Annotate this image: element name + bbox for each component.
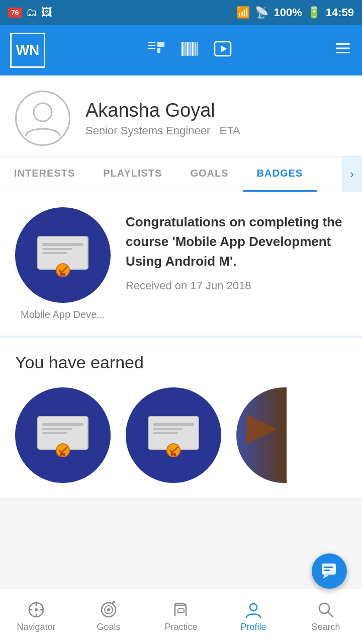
- svg-rect-0: [148, 42, 155, 43]
- status-bar-left: 76 🗂 🖼: [8, 6, 52, 19]
- earned-badge-1[interactable]: [15, 387, 111, 483]
- svg-point-17: [34, 103, 52, 121]
- earned-badge-2[interactable]: [126, 387, 221, 483]
- svg-rect-35: [324, 567, 333, 568]
- svg-rect-36: [324, 570, 330, 571]
- bottom-nav-goals[interactable]: Goals: [72, 589, 145, 644]
- tab-interests[interactable]: INTERESTS: [0, 156, 89, 192]
- profile-title: Senior Systems Engineer: [85, 124, 210, 137]
- earned-section: You have earned: [0, 338, 362, 498]
- hamburger-icon[interactable]: [334, 39, 352, 61]
- badge-label: Mobile App Deve...: [21, 309, 105, 320]
- badge-circle-main[interactable]: [15, 207, 111, 303]
- svg-rect-26: [42, 432, 67, 434]
- badge-date: Received on 17 Jun 2018: [126, 279, 347, 292]
- svg-rect-29: [153, 423, 194, 426]
- badge-icon-container: Mobile App Deve...: [15, 207, 111, 320]
- notification-badge: 76: [8, 8, 22, 18]
- bottom-nav-search[interactable]: Search: [290, 589, 362, 644]
- svg-point-50: [250, 604, 257, 611]
- bottom-nav-practice-label: Practice: [164, 622, 197, 632]
- earned-badge-3-partial[interactable]: [236, 387, 287, 483]
- svg-marker-13: [221, 45, 227, 52]
- svg-rect-14: [336, 43, 350, 45]
- svg-rect-34: [322, 564, 336, 575]
- profile-company: ETA: [220, 124, 240, 137]
- bottom-nav-navigator[interactable]: Navigator: [0, 589, 72, 644]
- svg-rect-24: [42, 423, 83, 426]
- bottom-nav: Navigator Goals Practice Profile Sea: [0, 589, 362, 644]
- battery-icon: 🔋: [307, 6, 321, 19]
- svg-rect-4: [157, 48, 160, 53]
- svg-rect-49: [178, 609, 184, 613]
- logo[interactable]: WN: [10, 33, 45, 68]
- svg-rect-7: [187, 42, 189, 56]
- svg-rect-3: [157, 42, 164, 47]
- top-nav: WN: [0, 25, 362, 75]
- svg-point-39: [35, 608, 38, 611]
- svg-rect-21: [42, 252, 67, 254]
- tabs-container: INTERESTS PLAYLISTS GOALS BADGES ›: [0, 156, 362, 192]
- svg-rect-16: [336, 52, 350, 53]
- time-display: 14:59: [326, 6, 354, 19]
- tab-playlists[interactable]: PLAYLISTS: [89, 156, 176, 192]
- status-icon-1: 🗂: [26, 6, 37, 19]
- bottom-nav-search-label: Search: [311, 622, 340, 632]
- tab-badges[interactable]: BADGES: [243, 156, 317, 192]
- svg-rect-9: [192, 42, 194, 56]
- badge-title: Congratulations on completing the course…: [126, 212, 347, 271]
- bottom-nav-profile[interactable]: Profile: [217, 589, 290, 644]
- badges-row: [15, 387, 347, 483]
- bottom-nav-goals-label: Goals: [97, 622, 120, 632]
- svg-line-52: [328, 612, 333, 617]
- menu-list-icon[interactable]: [147, 40, 165, 61]
- svg-marker-33: [246, 414, 277, 444]
- badge-card: Mobile App Deve... Congratulations on co…: [0, 192, 362, 338]
- chat-button[interactable]: [312, 553, 347, 589]
- svg-rect-10: [195, 42, 196, 56]
- bottom-nav-navigator-label: Navigator: [17, 622, 55, 632]
- battery-percent: 100%: [274, 6, 302, 19]
- bottom-nav-practice[interactable]: Practice: [145, 589, 217, 644]
- svg-rect-25: [42, 428, 72, 430]
- tab-goals[interactable]: GOALS: [176, 156, 242, 192]
- wifi-icon: 📶: [236, 6, 250, 19]
- status-icon-2: 🖼: [41, 6, 52, 19]
- svg-rect-11: [197, 42, 198, 56]
- svg-point-46: [107, 608, 110, 611]
- svg-rect-15: [336, 48, 350, 49]
- svg-rect-31: [153, 432, 178, 434]
- status-bar-right: 📶 📡 100% 🔋 14:59: [236, 6, 354, 19]
- nav-icons: [147, 40, 232, 61]
- profile-section: Akansha Goyal Senior Systems Engineer ET…: [0, 75, 362, 156]
- svg-marker-37: [323, 575, 329, 579]
- profile-info: Akansha Goyal Senior Systems Engineer ET…: [85, 100, 347, 137]
- avatar: [15, 91, 70, 146]
- svg-rect-30: [153, 428, 183, 430]
- svg-rect-20: [42, 248, 72, 250]
- badge-info: Congratulations on completing the course…: [126, 207, 347, 292]
- svg-rect-1: [148, 45, 155, 46]
- svg-point-51: [319, 603, 329, 613]
- earned-title: You have earned: [15, 353, 347, 372]
- svg-rect-2: [148, 48, 155, 49]
- svg-rect-19: [42, 243, 83, 246]
- tab-scroll-right[interactable]: ›: [342, 156, 362, 192]
- profile-name: Akansha Goyal: [85, 100, 347, 121]
- svg-rect-5: [182, 42, 184, 56]
- svg-rect-6: [185, 42, 186, 56]
- signal-icon: 📡: [255, 6, 268, 19]
- profile-subtitle: Senior Systems Engineer ETA: [85, 124, 347, 137]
- barcode-icon[interactable]: [180, 40, 199, 61]
- svg-rect-8: [190, 42, 191, 56]
- status-bar: 76 🗂 🖼 📶 📡 100% 🔋 14:59: [0, 0, 362, 25]
- play-icon[interactable]: [214, 40, 232, 61]
- bottom-nav-profile-label: Profile: [240, 622, 266, 632]
